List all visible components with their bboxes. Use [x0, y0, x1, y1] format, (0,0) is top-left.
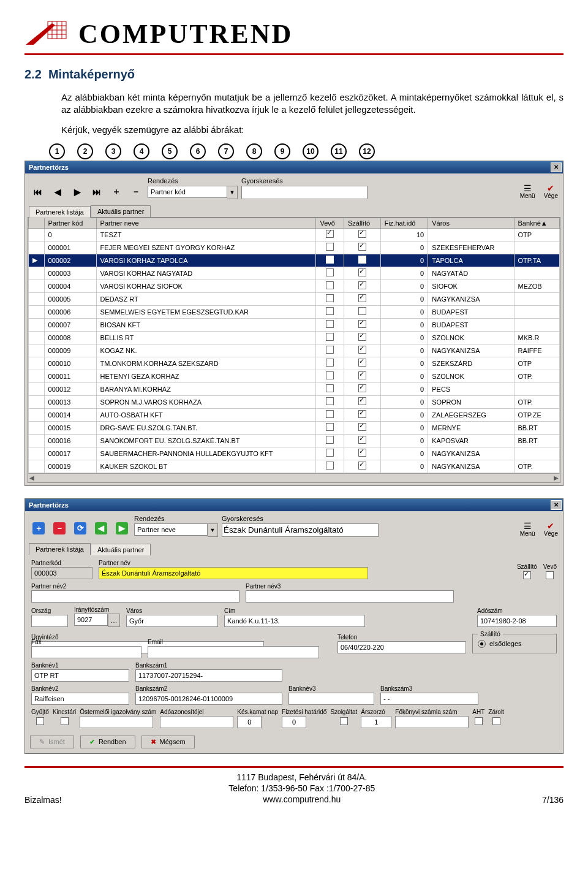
checkbox[interactable] [475, 717, 483, 725]
titlebar-2[interactable]: Partnertörzs ✕ [25, 499, 563, 511]
nev3-field[interactable] [246, 590, 454, 603]
table-row[interactable]: 000015DRG-SAVE EU.SZOLG.TAN.BT.0MERNYEBB… [29, 421, 560, 434]
col-header[interactable]: Bankné▲ [514, 218, 560, 228]
menu-button[interactable]: ☰Menü [520, 184, 535, 199]
scroll-left-icon[interactable]: ◀ [29, 474, 34, 481]
bs2-field[interactable] [135, 693, 282, 705]
table-row[interactable]: 000014AUTO-OSBATH KFT0ZALAEGERSZEGOTP.ZE [29, 408, 560, 421]
small-input[interactable] [80, 716, 153, 728]
bs3-field[interactable] [380, 693, 478, 705]
table-row[interactable]: 000006SEMMELWEIS EGYETEM EGESZSEGTUD.KAR… [29, 305, 560, 318]
table-row[interactable]: 000016SANOKOMFORT EU. SZOLG.SZAKÉ.TAN.BT… [29, 434, 560, 447]
table-row[interactable]: 0TESZT10OTP [29, 228, 560, 241]
table-row[interactable]: 000004VAROSI KORHAZ SIOFOK0SIOFOKMEZOB [29, 280, 560, 292]
close-icon[interactable]: ✕ [551, 162, 562, 172]
rendben-button[interactable]: ✔Rendben [80, 736, 135, 748]
radio-elsodleges[interactable]: elsődleges [478, 640, 551, 648]
footer-url: www.computrend.hu [62, 794, 542, 805]
col-header[interactable]: Partner kód [44, 218, 96, 228]
adoszam-field[interactable] [477, 615, 557, 627]
table-row[interactable]: 000017SAUBERMACHER-PANNONIA HULLADEKGYUJ… [29, 447, 560, 460]
small-input[interactable] [282, 716, 306, 728]
varos-field[interactable] [126, 615, 218, 627]
nav-remove-icon[interactable]: － [130, 187, 141, 197]
fax-field[interactable] [31, 646, 141, 658]
delete-icon[interactable]: － [53, 522, 66, 534]
table-row[interactable]: 000009KOGAZ NK.0NAGYKANIZSARAIFFE [29, 344, 560, 357]
sort-combo[interactable] [148, 186, 227, 198]
menu-icon: ☰ [524, 522, 532, 530]
bn3-field[interactable] [288, 693, 374, 705]
tab-list[interactable]: Partnerek listája [29, 206, 91, 218]
tel-field[interactable] [337, 641, 466, 653]
titlebar-1[interactable]: Partnertörzs ✕ [25, 161, 563, 173]
szallito-check[interactable]: Szállító [517, 563, 537, 579]
orszag-field[interactable] [31, 615, 68, 627]
table-row[interactable]: 000019KAUKER SZOKOL BT0NAGYKANIZSAOTP. [29, 460, 560, 473]
h-scrollbar[interactable]: ◀▶ [28, 473, 560, 482]
refresh-icon[interactable]: ⟳ [74, 522, 86, 534]
partner-grid[interactable]: Partner kódPartner neveVevőSzállítóFiz.h… [28, 218, 560, 473]
table-row[interactable]: 000001FEJER MEGYEI SZENT GYORGY KORHAZ0S… [29, 241, 560, 254]
bs1-field[interactable] [135, 669, 282, 682]
bn2-field[interactable] [31, 693, 129, 705]
table-row[interactable]: 000003VAROSI KORHAZ NAGYATAD0NAGYATÁD [29, 267, 560, 280]
chevron-down-icon[interactable]: ▼ [227, 186, 238, 199]
cim-field[interactable] [224, 615, 365, 627]
small-input[interactable] [361, 716, 391, 728]
col-header[interactable]: Szállító [344, 218, 380, 228]
add-icon[interactable]: ＋ [32, 522, 45, 534]
partnerkod-field[interactable] [31, 567, 92, 579]
tab-list-2[interactable]: Partnerek listája [29, 543, 91, 555]
small-input[interactable] [395, 716, 469, 728]
prev-icon[interactable]: ◀ [95, 522, 107, 534]
checkbox[interactable] [492, 717, 500, 725]
quicksearch-input-2[interactable] [222, 523, 379, 537]
col-header[interactable]: Vevő [316, 218, 344, 228]
quicksearch-input[interactable] [241, 186, 368, 199]
table-row[interactable]: 000010TM.ONKORM.KORHAZA SZEKSZARD0SZEKSZ… [29, 357, 560, 370]
menu-button-2[interactable]: ☰Menü [520, 522, 535, 537]
next-icon[interactable]: ▶ [116, 522, 128, 534]
ismet-button[interactable]: ✎Ismét [30, 736, 74, 748]
nev2-field[interactable] [31, 590, 239, 603]
table-row[interactable]: 000007BIOSAN KFT0BUDAPEST [29, 318, 560, 331]
tab-current-2[interactable]: Aktuális partner [91, 544, 151, 555]
col-header[interactable] [29, 218, 45, 228]
email-field[interactable] [148, 646, 319, 658]
nav-prev-icon[interactable]: ◀ [52, 187, 63, 197]
vevo-check[interactable]: Vevő [543, 563, 557, 579]
table-row[interactable]: 000005DEDASZ RT0NAGYKANIZSA [29, 292, 560, 305]
col-header[interactable]: Partner neve [96, 218, 316, 228]
close-icon[interactable]: ✕ [551, 500, 562, 510]
small-input[interactable] [160, 716, 233, 728]
table-row[interactable]: 000013SOPRON M.J.VAROS KORHAZA0SOPRONOTP… [29, 395, 560, 408]
small-input[interactable] [237, 716, 262, 728]
partnernev-field[interactable] [99, 567, 368, 579]
checkbox[interactable] [61, 717, 69, 725]
close-button[interactable]: ✔Vége [544, 184, 558, 199]
col-header[interactable]: Város [428, 218, 514, 228]
checkbox[interactable] [36, 717, 44, 725]
table-row[interactable]: ▶000002VAROSI KORHAZ TAPOLCA0TAPOLCAOTP.… [29, 254, 560, 267]
nav-add-icon[interactable]: ＋ [111, 187, 122, 197]
megsem-button[interactable]: ✖Mégsem [141, 736, 195, 748]
bn1-field[interactable] [31, 669, 129, 682]
table-row[interactable]: 000012BARANYA MI.KORHAZ0PECS [29, 382, 560, 395]
body-paragraph-2: Kérjük, vegyék szemügyre az alábbi ábrák… [61, 124, 564, 136]
chevron-down-icon[interactable]: ▼ [208, 523, 218, 537]
lookup-icon[interactable]: … [108, 614, 120, 627]
nav-first-icon[interactable]: ⏮ [32, 187, 43, 197]
nav-next-icon[interactable]: ▶ [72, 187, 83, 197]
col-header[interactable]: Fiz.hat.idő [380, 218, 428, 228]
table-row[interactable]: 000011HETENYI GEZA KORHAZ0SZOLNOKOTP. [29, 370, 560, 382]
sort-combo-2[interactable] [134, 523, 208, 536]
close-button-2[interactable]: ✔Vége [544, 522, 558, 537]
table-row[interactable]: 000008BELLIS RT0SZOLNOKMKB.R [29, 331, 560, 344]
nav-last-icon[interactable]: ⏭ [91, 187, 102, 197]
scroll-right-icon[interactable]: ▶ [554, 474, 559, 481]
tab-current[interactable]: Aktuális partner [91, 205, 151, 217]
callout-6: 6 [190, 143, 206, 159]
checkbox[interactable] [340, 717, 348, 725]
irsz-field[interactable] [74, 614, 108, 626]
